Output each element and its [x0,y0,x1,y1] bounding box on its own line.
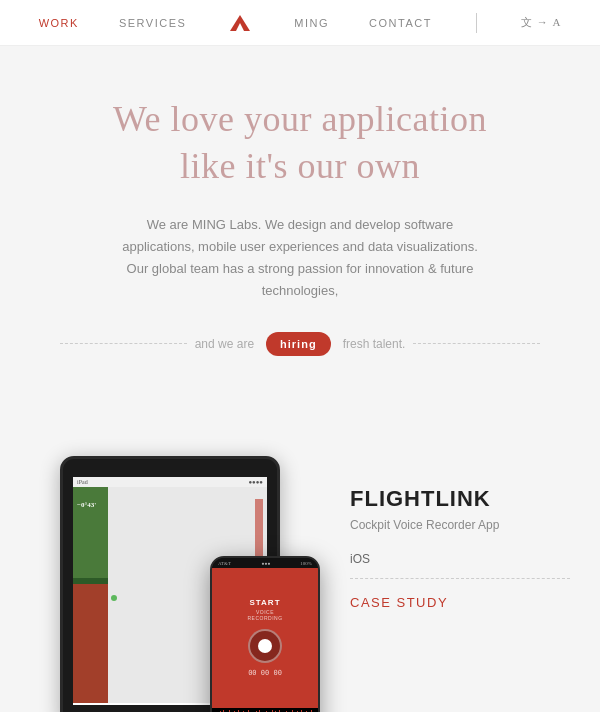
nav-divider [476,13,477,33]
iphone-device: AT&T●●●100% START VOICE RECORDING 00 00 … [210,556,320,712]
hiring-prefix: and we are [195,337,254,351]
iphone-start-label: START [249,598,280,607]
iphone-status-bar: AT&T●●●100% [212,558,318,568]
hiring-row: and we are hiring fresh talent. [60,332,540,356]
ipad-status-dot [111,595,117,601]
ipad-sidebar-red-bar [73,584,108,703]
navigation: WORK SERVICES MING CONTACT 文 → A [0,0,600,46]
nav-item-services[interactable]: SERVICES [119,17,186,29]
ipad-waveform [255,499,263,559]
iphone-record-inner [258,639,272,653]
nav-item-work[interactable]: WORK [39,17,79,29]
ipad-temp: −0°43' [77,501,96,509]
iphone-waveform [212,708,318,712]
hero-title: We love your application like it's our o… [60,96,540,190]
nav-lang[interactable]: 文 → A [521,15,561,30]
hero-subtitle: We are MING Labs. We design and develop … [110,214,490,302]
project-platform: iOS [350,552,570,579]
device-mockup: iPad●●●● −0°43' AT&T●●●100% [60,456,320,712]
nav-item-ming[interactable]: MING [294,17,329,29]
project-subtitle: Cockpit Voice Recorder App [350,518,570,532]
hiring-line-left [60,343,187,344]
iphone-record-button[interactable] [248,629,282,663]
case-study-link[interactable]: CASE STUDY [350,595,448,610]
iphone-timer: 00 00 00 [248,669,282,677]
hero-section: We love your application like it's our o… [0,46,600,416]
nav-item-contact[interactable]: CONTACT [369,17,432,29]
ipad-sidebar: −0°43' [73,487,108,703]
info-panel: FLIGHTLINK Cockpit Voice Recorder App iO… [350,456,570,611]
hiring-badge[interactable]: hiring [266,332,331,356]
logo-icon[interactable] [226,9,254,37]
iphone-voice-label: VOICE RECORDING [247,609,282,621]
ipad-status-bar: iPad●●●● [73,477,267,487]
case-section: iPad●●●● −0°43' AT&T●●●100% [0,416,600,712]
iphone-screen: START VOICE RECORDING 00 00 00 [212,568,318,708]
project-title: FLIGHTLINK [350,486,570,512]
hiring-line-right [413,343,540,344]
hiring-suffix: fresh talent. [343,337,406,351]
